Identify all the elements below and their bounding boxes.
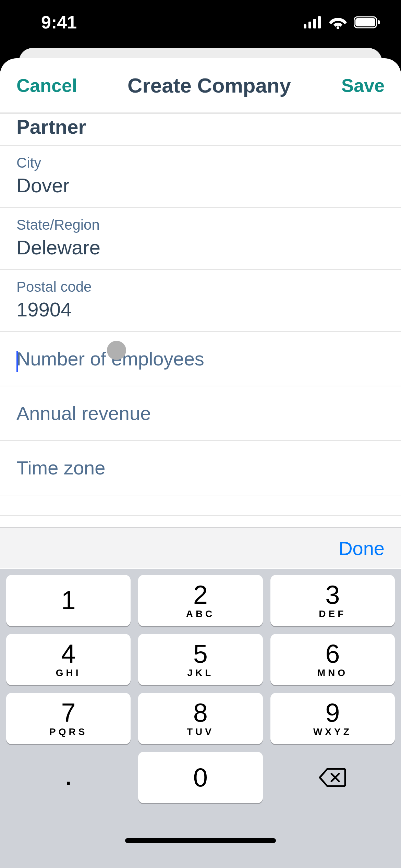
key-num: 2 (193, 582, 208, 608)
svg-rect-2 (313, 19, 316, 28)
save-button[interactable]: Save (341, 75, 385, 96)
field-placeholder: Time zone (16, 457, 385, 479)
key-8[interactable]: 8TUV (138, 693, 263, 744)
key-4[interactable]: 4GHI (6, 634, 131, 685)
key-sub: GHI (56, 667, 81, 678)
key-sub: ABC (186, 608, 215, 619)
period-label: . (65, 766, 71, 789)
key-num: 0 (193, 764, 208, 791)
field-value: Partner (16, 115, 385, 138)
svg-rect-1 (308, 22, 311, 28)
key-0[interactable]: 0 (138, 752, 263, 803)
key-5[interactable]: 5JKL (138, 634, 263, 685)
svg-point-4 (337, 26, 339, 29)
key-sub: PQRS (49, 726, 87, 737)
modal-sheet: Cancel Create Company Save Partner City … (0, 58, 401, 868)
svg-rect-6 (355, 18, 375, 26)
field-value: 19904 (16, 298, 385, 321)
home-indicator[interactable] (125, 838, 276, 843)
key-period[interactable]: . (6, 752, 131, 803)
key-sub: JKL (187, 667, 214, 678)
key-2[interactable]: 2ABC (138, 575, 263, 626)
touch-indicator (107, 341, 126, 360)
cellular-icon (304, 16, 322, 28)
key-num: 7 (61, 700, 76, 726)
status-icons (304, 16, 380, 29)
field-row-state[interactable]: State/Region Deleware (0, 208, 401, 270)
key-6[interactable]: 6MNO (270, 634, 395, 685)
form-scroll-area[interactable]: Partner City Dover State/Region Deleware… (0, 113, 401, 516)
form-spacer (0, 495, 401, 516)
status-bar: 9:41 (0, 0, 401, 45)
field-row-employees[interactable]: Number of employees (0, 332, 401, 386)
key-7[interactable]: 7PQRS (6, 693, 131, 744)
backspace-icon (319, 768, 346, 787)
svg-rect-7 (378, 20, 380, 24)
key-num: 3 (325, 582, 340, 608)
key-backspace[interactable] (270, 752, 395, 803)
page-title: Create Company (127, 74, 291, 97)
field-placeholder: Number of employees (16, 348, 385, 370)
wifi-icon (329, 16, 347, 29)
home-indicator-area (0, 803, 401, 851)
field-label: State/Region (16, 217, 385, 233)
svg-rect-0 (304, 24, 306, 28)
key-1[interactable]: 1 (6, 575, 131, 626)
key-num: 6 (325, 641, 340, 667)
key-num: 1 (61, 587, 76, 613)
key-sub: MNO (317, 667, 348, 678)
keyboard-accessory-bar: Done (0, 527, 401, 568)
field-row-city[interactable]: City Dover (0, 146, 401, 208)
nav-header: Cancel Create Company Save (0, 58, 401, 113)
field-label: Postal code (16, 279, 385, 295)
field-row-postal[interactable]: Postal code 19904 (0, 270, 401, 332)
key-num: 4 (61, 641, 76, 667)
svg-rect-3 (318, 16, 321, 28)
field-row-timezone[interactable]: Time zone (0, 441, 401, 495)
key-9[interactable]: 9WXYZ (270, 693, 395, 744)
key-num: 5 (193, 641, 208, 667)
numeric-keypad: 1 2ABC 3DEF 4GHI 5JKL 6MNO 7PQRS 8TUV 9W… (0, 569, 401, 868)
field-value: Dover (16, 174, 385, 197)
status-time: 9:41 (41, 12, 77, 33)
key-sub: TUV (187, 726, 214, 737)
key-sub: DEF (319, 608, 346, 619)
battery-icon (354, 16, 380, 28)
key-sub: WXYZ (313, 726, 352, 737)
field-row-partial[interactable]: Partner (0, 113, 401, 146)
key-num: 8 (193, 700, 208, 726)
field-label: City (16, 155, 385, 171)
text-cursor (16, 351, 18, 372)
field-placeholder: Annual revenue (16, 402, 385, 424)
field-value: Deleware (16, 236, 385, 259)
done-button[interactable]: Done (339, 537, 385, 559)
key-num: 9 (325, 700, 340, 726)
field-row-revenue[interactable]: Annual revenue (0, 386, 401, 441)
key-3[interactable]: 3DEF (270, 575, 395, 626)
cancel-button[interactable]: Cancel (16, 75, 77, 96)
